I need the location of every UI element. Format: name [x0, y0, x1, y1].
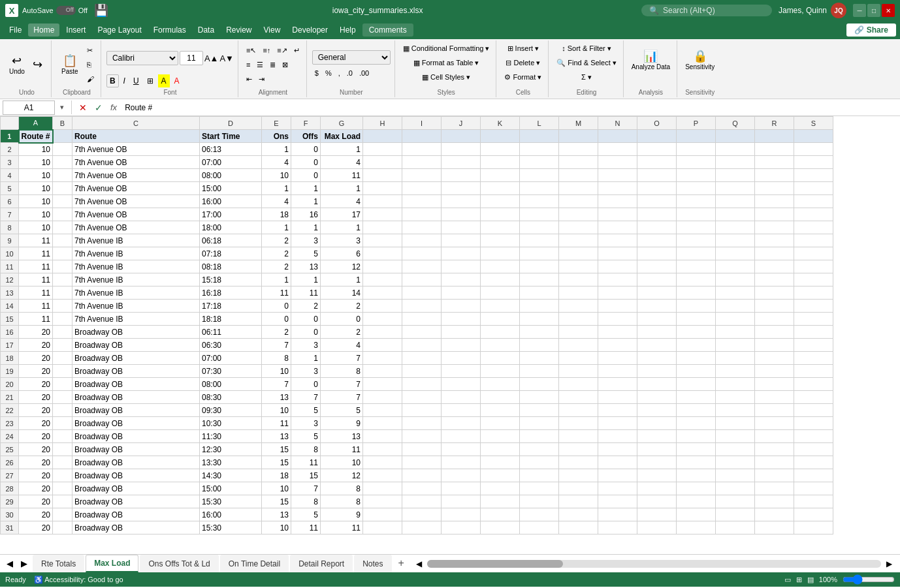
wrap-text-button[interactable]: ↵ [291, 44, 302, 57]
cell-o12[interactable] [637, 273, 677, 286]
cell-j3[interactable] [442, 156, 481, 169]
cell-g19[interactable]: 8 [321, 365, 363, 378]
cell-g12[interactable]: 1 [321, 273, 363, 286]
cell-a7[interactable]: 10 [19, 208, 53, 221]
cell-styles-button[interactable]: ▦ Cell Styles ▾ [419, 70, 473, 84]
cell-g22[interactable]: 5 [321, 404, 363, 417]
cell-l25[interactable] [520, 443, 559, 456]
cell-h10[interactable] [363, 247, 402, 260]
cell-m18[interactable] [559, 352, 598, 365]
cell-f25[interactable]: 8 [291, 443, 321, 456]
cell-q14[interactable] [716, 300, 755, 313]
cell-k20[interactable] [481, 378, 520, 391]
cell-g18[interactable]: 7 [321, 352, 363, 365]
cell-d22[interactable]: 09:30 [200, 404, 262, 417]
cell-b13[interactable] [53, 286, 72, 300]
cell-i5[interactable] [402, 182, 442, 195]
cell-i2[interactable] [402, 143, 442, 156]
cell-o11[interactable] [637, 260, 677, 273]
cell-d2[interactable]: 06:13 [200, 143, 262, 156]
tab-notes[interactable]: Notes [354, 555, 391, 572]
cell-p13[interactable] [677, 286, 716, 300]
cell-r14[interactable] [755, 300, 794, 313]
cell-c5[interactable]: 7th Avenue OB [72, 182, 200, 195]
cell-e5[interactable]: 1 [262, 182, 291, 195]
cell-k1[interactable] [481, 130, 520, 143]
cell-n23[interactable] [598, 417, 637, 430]
cell-i14[interactable] [402, 300, 442, 313]
cell-f8[interactable]: 1 [291, 221, 321, 234]
cell-k25[interactable] [481, 443, 520, 456]
cell-b4[interactable] [53, 169, 72, 182]
cell-e28[interactable]: 10 [262, 482, 291, 495]
cell-r24[interactable] [755, 430, 794, 443]
cell-p5[interactable] [677, 182, 716, 195]
cell-e9[interactable]: 2 [262, 234, 291, 247]
cell-l10[interactable] [520, 247, 559, 260]
cell-l11[interactable] [520, 260, 559, 273]
cell-r27[interactable] [755, 469, 794, 482]
cell-f19[interactable]: 3 [291, 365, 321, 378]
cell-q19[interactable] [716, 365, 755, 378]
cell-l27[interactable] [520, 469, 559, 482]
cell-b23[interactable] [53, 417, 72, 430]
zoom-slider[interactable] [843, 574, 895, 585]
cell-p25[interactable] [677, 443, 716, 456]
cell-d29[interactable]: 15:30 [200, 495, 262, 508]
cell-a20[interactable]: 20 [19, 378, 53, 391]
cell-s16[interactable] [794, 326, 833, 339]
cell-h14[interactable] [363, 300, 402, 313]
tab-on-time[interactable]: On Time Detail [220, 555, 289, 572]
cell-g1[interactable]: Max Load [321, 130, 363, 143]
cell-k9[interactable] [481, 234, 520, 247]
tab-ons-offs[interactable]: Ons Offs Tot & Ld [140, 555, 218, 572]
add-sheet-button[interactable]: + [393, 555, 410, 572]
cell-i3[interactable] [402, 156, 442, 169]
cell-l28[interactable] [520, 482, 559, 495]
cell-c6[interactable]: 7th Avenue OB [72, 195, 200, 208]
cell-n26[interactable] [598, 456, 637, 469]
cell-k27[interactable] [481, 469, 520, 482]
cell-g26[interactable]: 10 [321, 456, 363, 469]
cell-b1[interactable] [53, 130, 72, 143]
merge-center-button[interactable]: ⊠ [280, 58, 291, 71]
cell-n27[interactable] [598, 469, 637, 482]
cell-j14[interactable] [442, 300, 481, 313]
cell-d3[interactable]: 07:00 [200, 156, 262, 169]
cell-c18[interactable]: Broadway OB [72, 352, 200, 365]
cell-g30[interactable]: 9 [321, 508, 363, 521]
cell-a29[interactable]: 20 [19, 495, 53, 508]
cell-e6[interactable]: 4 [262, 195, 291, 208]
cell-a25[interactable]: 20 [19, 443, 53, 456]
cell-g24[interactable]: 13 [321, 430, 363, 443]
cell-d14[interactable]: 17:18 [200, 300, 262, 313]
cell-k31[interactable] [481, 521, 520, 534]
font-color-button[interactable]: A [171, 74, 183, 87]
cell-d4[interactable]: 08:00 [200, 169, 262, 182]
cell-p30[interactable] [677, 508, 716, 521]
cell-d27[interactable]: 14:30 [200, 469, 262, 482]
cell-f15[interactable]: 0 [291, 313, 321, 326]
font-size-input[interactable] [180, 51, 203, 65]
cell-c16[interactable]: Broadway OB [72, 326, 200, 339]
cell-o4[interactable] [637, 169, 677, 182]
cell-m26[interactable] [559, 456, 598, 469]
sort-filter-button[interactable]: ↕ Sort & Filter ▾ [559, 42, 614, 55]
cell-r22[interactable] [755, 404, 794, 417]
cell-r11[interactable] [755, 260, 794, 273]
cell-m27[interactable] [559, 469, 598, 482]
cell-l4[interactable] [520, 169, 559, 182]
cell-b11[interactable] [53, 260, 72, 273]
cell-k30[interactable] [481, 508, 520, 521]
cell-r28[interactable] [755, 482, 794, 495]
cell-n12[interactable] [598, 273, 637, 286]
cell-r6[interactable] [755, 195, 794, 208]
cell-c31[interactable]: Broadway OB [72, 521, 200, 534]
cell-k2[interactable] [481, 143, 520, 156]
cell-o27[interactable] [637, 469, 677, 482]
cell-a19[interactable]: 20 [19, 365, 53, 378]
cell-d21[interactable]: 08:30 [200, 391, 262, 404]
cell-b16[interactable] [53, 326, 72, 339]
cell-c8[interactable]: 7th Avenue OB [72, 221, 200, 234]
cell-n22[interactable] [598, 404, 637, 417]
